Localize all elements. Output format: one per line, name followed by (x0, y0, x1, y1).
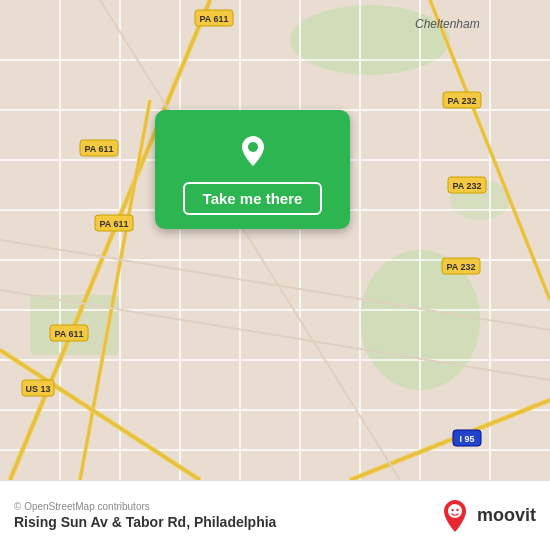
bottom-bar: © OpenStreetMap contributors Rising Sun … (0, 480, 550, 550)
bottom-left-info: © OpenStreetMap contributors Rising Sun … (14, 501, 276, 530)
svg-text:US 13: US 13 (25, 384, 50, 394)
svg-text:PA 611: PA 611 (84, 144, 113, 154)
take-me-there-button[interactable]: Take me there (183, 182, 323, 215)
svg-text:Cheltenham: Cheltenham (415, 17, 480, 31)
map-svg: PA 611 PA 611 PA 611 PA 611 PA 232 PA 23… (0, 0, 550, 480)
moovit-brand-icon (437, 498, 473, 534)
moovit-brand-text: moovit (477, 505, 536, 526)
svg-point-56 (448, 504, 462, 518)
svg-text:I 95: I 95 (459, 434, 474, 444)
svg-text:PA 611: PA 611 (199, 14, 228, 24)
moovit-logo: moovit (437, 498, 536, 534)
svg-text:PA 611: PA 611 (99, 219, 128, 229)
svg-point-58 (456, 508, 458, 510)
action-card: Take me there (155, 110, 350, 229)
copyright-text: © OpenStreetMap contributors (14, 501, 276, 512)
svg-text:PA 232: PA 232 (447, 96, 476, 106)
svg-point-55 (248, 142, 258, 152)
location-pin-icon (231, 128, 275, 172)
svg-point-57 (451, 508, 453, 510)
svg-text:PA 232: PA 232 (452, 181, 481, 191)
svg-text:PA 232: PA 232 (446, 262, 475, 272)
location-label: Rising Sun Av & Tabor Rd, Philadelphia (14, 514, 276, 530)
svg-point-1 (290, 5, 450, 75)
map-container: PA 611 PA 611 PA 611 PA 611 PA 232 PA 23… (0, 0, 550, 480)
svg-rect-0 (0, 0, 550, 480)
svg-text:PA 611: PA 611 (54, 329, 83, 339)
